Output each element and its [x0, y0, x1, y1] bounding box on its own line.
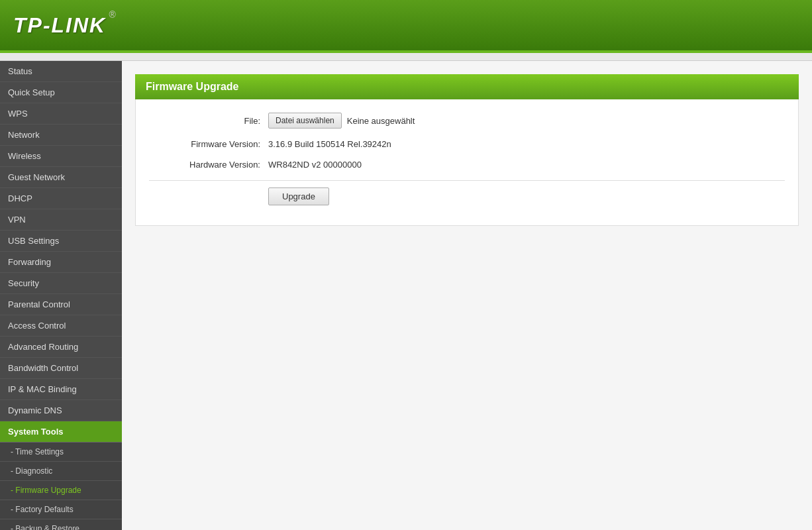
sidebar-item-network[interactable]: Network: [0, 125, 122, 146]
sidebar-item-system-tools[interactable]: System Tools: [0, 421, 122, 443]
hardware-version-label: Hardware Version:: [149, 160, 268, 170]
subheader: [0, 53, 812, 61]
sidebar-item-dynamic-dns[interactable]: Dynamic DNS: [0, 400, 122, 421]
sidebar-item-security[interactable]: Security: [0, 273, 122, 294]
logo: TP-LINK: [13, 13, 106, 38]
action-row: Upgrade: [149, 180, 785, 205]
file-input-group: Datei auswählen Keine ausgewählt: [268, 113, 415, 129]
sidebar-item-guest-network[interactable]: Guest Network: [0, 167, 122, 188]
sidebar-item-quick-setup[interactable]: Quick Setup: [0, 82, 122, 103]
upgrade-button[interactable]: Upgrade: [268, 187, 329, 205]
firmware-version-value: 3.16.9 Build 150514 Rel.39242n: [268, 139, 391, 149]
sidebar-item-status[interactable]: Status: [0, 61, 122, 82]
page-header-bar: Firmware Upgrade: [135, 74, 799, 99]
sidebar-item-firmware-upgrade[interactable]: - Firmware Upgrade: [0, 481, 122, 500]
sidebar-item-dhcp[interactable]: DHCP: [0, 188, 122, 209]
sidebar-item-bandwidth-control[interactable]: Bandwidth Control: [0, 358, 122, 379]
no-file-selected-label: Keine ausgewählt: [347, 116, 415, 126]
sidebar-item-advanced-routing[interactable]: Advanced Routing: [0, 337, 122, 358]
sidebar-item-wireless[interactable]: Wireless: [0, 146, 122, 167]
header: TP-LINK ®: [0, 0, 812, 53]
sidebar-item-time-settings[interactable]: - Time Settings: [0, 443, 122, 462]
page-title: Firmware Upgrade: [146, 81, 788, 93]
logo-trademark: ®: [109, 9, 115, 20]
choose-file-button[interactable]: Datei auswählen: [268, 113, 342, 129]
sidebar-item-forwarding[interactable]: Forwarding: [0, 252, 122, 273]
hardware-version-row: Hardware Version: WR842ND v2 00000000: [149, 160, 785, 170]
hardware-version-value: WR842ND v2 00000000: [268, 160, 362, 170]
file-row: File: Datei auswählen Keine ausgewählt: [149, 113, 785, 129]
content-panel: File: Datei auswählen Keine ausgewählt F…: [135, 99, 799, 226]
sidebar-item-diagnostic[interactable]: - Diagnostic: [0, 462, 122, 481]
sidebar-item-usb-settings[interactable]: USB Settings: [0, 231, 122, 252]
sidebar: StatusQuick SetupWPSNetworkWirelessGuest…: [0, 61, 122, 530]
sidebar-item-ip-mac-binding[interactable]: IP & MAC Binding: [0, 379, 122, 400]
sidebar-item-factory-defaults[interactable]: - Factory Defaults: [0, 500, 122, 519]
main-layout: StatusQuick SetupWPSNetworkWirelessGuest…: [0, 61, 812, 530]
sidebar-item-access-control[interactable]: Access Control: [0, 315, 122, 337]
firmware-version-label: Firmware Version:: [149, 139, 268, 149]
sidebar-item-wps[interactable]: WPS: [0, 103, 122, 125]
sidebar-item-backup-restore[interactable]: - Backup & Restore: [0, 519, 122, 530]
file-label: File:: [149, 116, 268, 126]
sidebar-item-parental-control[interactable]: Parental Control: [0, 294, 122, 315]
firmware-version-row: Firmware Version: 3.16.9 Build 150514 Re…: [149, 139, 785, 149]
sidebar-item-vpn[interactable]: VPN: [0, 209, 122, 231]
content-area: Firmware Upgrade File: Datei auswählen K…: [122, 61, 812, 530]
